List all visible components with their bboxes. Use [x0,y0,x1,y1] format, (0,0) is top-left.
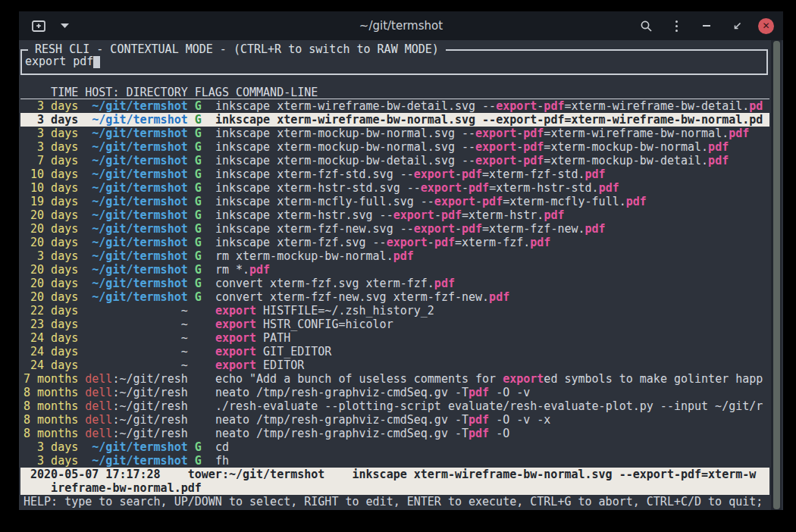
cell-host: dell [85,427,112,440]
cmd-text: - [455,167,462,181]
cell-time: 23 days [24,318,78,331]
cell-flags: G [195,167,202,181]
history-row[interactable]: 8 months dell:~/git/resh neato /tmp/resh… [20,427,769,440]
history-row[interactable]: 24 days ~ export PATH [20,331,769,345]
cmd-text: =xterm-hstr-std. [489,181,599,195]
cmd-match: pdf [469,386,489,399]
cmd-text: inkscape xterm-mockup-bw-detail.svg -- [215,154,475,167]
menu-button[interactable] [667,16,685,36]
cell-host: dell [85,372,112,386]
cmd-match: pdf [393,249,414,263]
cmd-match: pdf [544,208,564,222]
history-row[interactable]: 8 months dell:~/git/resh ./resh-evaluate… [20,399,769,413]
search-button[interactable] [637,16,655,36]
help-line: HELP: type to search, UP/DOWN to select,… [20,495,769,509]
history-row[interactable]: 3 days ~/git/termshot G rm xterm-mockup-… [20,249,769,263]
cmd-text: - [537,113,544,127]
cell-directory: ~ [181,358,188,372]
cell-time: 20 days [24,236,78,249]
history-row-selected[interactable]: 3 days ~/git/termshot G inkscape xterm-w… [20,113,769,127]
cell-flags [195,386,202,399]
cmd-match: pdf [544,113,564,127]
cell-directory: ~/git/termshot [92,236,187,249]
cell-directory: :~/git/resh [112,427,187,440]
search-input[interactable]: export pdf [25,55,100,68]
cmd-text: inkscape xterm-fzf-std.svg -- [215,167,414,181]
history-row[interactable]: 3 days ~/git/termshot G cd [20,440,769,454]
cmd-match: export [496,113,537,127]
history-row[interactable]: 20 days ~/git/termshot G convert xterm-f… [20,277,769,290]
cell-flags: G [195,195,202,208]
cmd-match: export [215,358,256,372]
cell-flags [195,304,202,318]
cmd-match: pdf [469,427,489,440]
scrollbar-track[interactable] [771,40,782,510]
cmd-text: inkscape xterm-fzf.svg -- [215,236,387,249]
cell-directory: ~/git/termshot [92,263,187,277]
history-row[interactable]: 7 days ~/git/termshot G inkscape xterm-m… [20,154,769,167]
history-row[interactable]: 3 days ~/git/termshot G inkscape xterm-w… [20,99,769,113]
close-button[interactable]: ✕ [758,18,774,34]
history-row[interactable]: 24 days ~ export EDITOR [20,358,769,372]
history-row[interactable]: 3 days ~/git/termshot G inkscape xterm-m… [20,127,769,140]
cmd-text: convert xterm-fzf-new.svg xterm-fzf-new. [215,290,489,304]
cmd-match: pdf [599,181,619,195]
history-row[interactable]: 8 months dell:~/git/resh neato /tmp/resh… [20,386,769,399]
cell-directory: ~/git/termshot [92,249,187,263]
cell-directory: ~/git/termshot [92,154,187,167]
cell-time: 3 days [24,127,78,140]
history-row[interactable]: 22 days ~ export HISTFILE=~/.zsh_history… [20,304,769,318]
cell-directory: ~/git/termshot [92,440,187,454]
cmd-text: - [455,222,462,236]
cmd-text: - [516,140,523,154]
cell-flags [195,318,202,331]
cell-time: 20 days [24,263,78,277]
cell-flags [195,345,202,358]
cmd-text: neato /tmp/resh-graphviz-cmdSeq.gv -T [215,386,469,399]
titlebar: ~/git/termshot [19,11,783,40]
cell-time: 10 days [24,181,78,195]
minimize-button[interactable] [697,16,716,36]
history-row[interactable]: 7 months dell:~/git/resh echo "Add a bun… [20,372,769,386]
x-circle-icon: ✕ [762,18,769,34]
cmd-text: =xterm-hstr. [462,208,544,222]
cmd-text: convert xterm-fzf.svg xterm-fzf. [215,277,434,290]
history-row[interactable]: 23 days ~ export HSTR_CONFIG=hicolor [20,318,769,331]
cell-directory: ~/git/termshot [92,167,187,181]
cell-flags: G [195,140,202,154]
history-row[interactable]: 10 days ~/git/termshot G inkscape xterm-… [20,181,769,195]
history-row[interactable]: 20 days ~/git/termshot G rm *.pdf [20,263,769,277]
cmd-text: =xterm-fzf. [455,236,530,249]
cell-time: 20 days [24,290,78,304]
cell-directory: ~/git/termshot [92,195,187,208]
restore-button[interactable] [728,16,746,36]
cell-flags [195,413,202,427]
history-row[interactable]: 20 days ~/git/termshot G inkscape xterm-… [20,208,769,222]
cell-flags: G [195,454,202,468]
cell-flags [195,399,202,413]
history-row[interactable]: 3 days ~/git/termshot G inkscape xterm-m… [20,140,769,154]
cell-directory: ~/git/termshot [92,127,187,140]
cmd-match: export [215,331,256,345]
history-row[interactable]: 20 days ~/git/termshot G inkscape xterm-… [20,236,769,249]
cmd-text: GIT_EDITOR [256,345,331,358]
cell-time: 8 months [24,427,78,440]
history-row[interactable]: 10 days ~/git/termshot G inkscape xterm-… [20,167,769,181]
terminal-window: ~/git/termshot [19,11,783,510]
cell-directory: ~/git/termshot [92,113,187,127]
cmd-match: export [393,208,434,222]
history-row[interactable]: 3 days ~/git/termshot G fh [20,454,769,468]
history-row[interactable]: 19 days ~/git/termshot G inkscape xterm-… [20,195,769,208]
cmd-text: =xterm-fzf-std. [482,167,584,181]
cell-time: 8 months [24,399,78,413]
history-row[interactable]: 24 days ~ export GIT_EDITOR [20,345,769,358]
terminal-content: RESH CLI - CONTEXTUAL MODE - (CTRL+R to … [19,40,783,510]
cmd-text: fh [215,454,229,468]
cmd-text: rm *. [215,263,249,277]
scrollbar-thumb[interactable] [773,41,780,509]
history-row[interactable]: 20 days ~/git/termshot G inkscape xterm-… [20,222,769,236]
history-row[interactable]: 8 months dell:~/git/resh neato /tmp/resh… [20,413,769,427]
cmd-text: =xterm-wireframe-bw-detail. [564,99,749,113]
history-row[interactable]: 20 days ~/git/termshot G convert xterm-f… [20,290,769,304]
cmd-text: =xterm-fzf-new. [482,222,584,236]
